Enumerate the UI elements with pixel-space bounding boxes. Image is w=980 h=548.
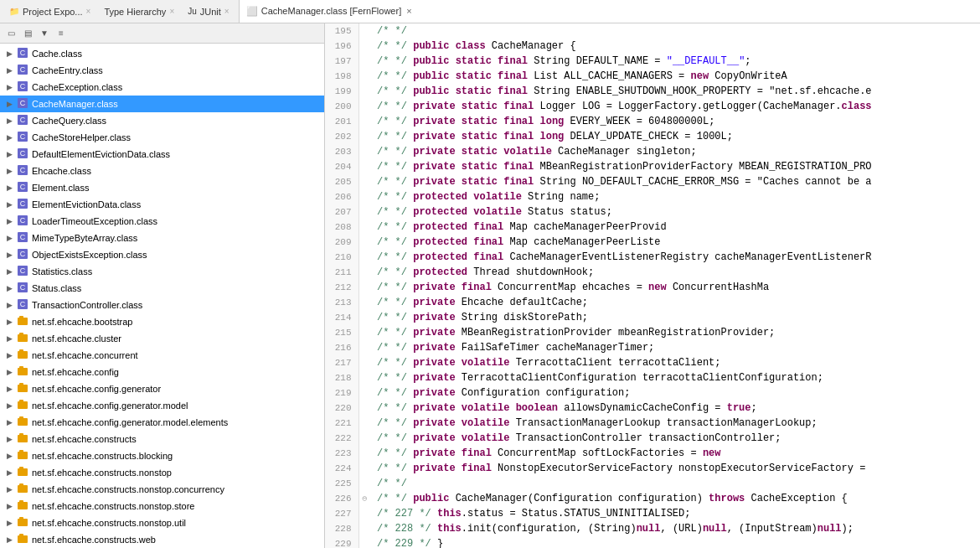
line-num-227: 227 bbox=[325, 506, 358, 521]
line-num-199: 199 bbox=[325, 84, 358, 99]
line-fold-197 bbox=[358, 54, 370, 69]
line-code-195: /* */ bbox=[370, 23, 980, 39]
editor-tab-icon: ⬜ bbox=[246, 6, 258, 17]
tree-icon-net.sf.ehcache.constructs bbox=[17, 432, 28, 446]
tree-item-Element.class[interactable]: ▶CElement.class bbox=[0, 179, 324, 196]
line-num-215: 215 bbox=[325, 325, 358, 340]
line-num-204: 204 bbox=[325, 159, 358, 174]
close-junit[interactable]: × bbox=[224, 7, 230, 16]
line-num-214: 214 bbox=[325, 310, 358, 325]
line-code-206: /* */ protected volatile String name; bbox=[370, 189, 980, 204]
svg-text:C: C bbox=[20, 99, 26, 107]
tree-label-net.sf.ehcache.bootstrap: net.sf.ehcache.bootstrap bbox=[32, 317, 132, 327]
line-row-210: 210/* */ protected final CacheManagerEve… bbox=[325, 250, 980, 265]
tree-icon-net.sf.ehcache.constructs.nonstop.concurrency bbox=[17, 483, 28, 496]
tree-item-net.sf.ehcache.constructs.nonstop.concurrency[interactable]: ▶net.sf.ehcache.constructs.nonstop.concu… bbox=[0, 481, 324, 498]
tree-arrow-net.sf.ehcache.cluster: ▶ bbox=[7, 334, 17, 343]
line-fold-202 bbox=[358, 129, 370, 144]
tab-group-left: 📁 Project Expo... × Type Hierarchy × Ju … bbox=[0, 0, 240, 23]
line-fold-195 bbox=[358, 23, 370, 39]
tree-arrow-net.sf.ehcache.constructs.nonstop.concurrency: ▶ bbox=[7, 485, 17, 494]
tree-label-MimeTypeByteArray.class: MimeTypeByteArray.class bbox=[32, 233, 137, 243]
tree-item-net.sf.ehcache.cluster[interactable]: ▶net.sf.ehcache.cluster bbox=[0, 330, 324, 347]
tree-arrow-ElementEvictionData.class: ▶ bbox=[7, 200, 17, 209]
line-code-209: /* */ protected final Map cacheManagerPe… bbox=[370, 235, 980, 250]
line-row-228: 228/* 228 */ this.init(configuration, (S… bbox=[325, 521, 980, 536]
svg-rect-39 bbox=[19, 366, 23, 370]
line-num-212: 212 bbox=[325, 280, 358, 295]
line-row-205: 205/* */ private static final String NO_… bbox=[325, 174, 980, 189]
tree-item-CacheStoreHelper.class[interactable]: ▶CCacheStoreHelper.class bbox=[0, 129, 324, 146]
tree-item-TransactionController.class[interactable]: ▶CTransactionController.class bbox=[0, 297, 324, 313]
line-fold-211 bbox=[358, 265, 370, 280]
junit-label: JUnit bbox=[200, 7, 221, 17]
tree-item-CacheManager.class[interactable]: ▶CCacheManager.class bbox=[0, 96, 324, 112]
line-code-222: /* */ private volatile TransactionContro… bbox=[370, 431, 980, 446]
tree-item-Cache.class[interactable]: ▶CCache.class bbox=[0, 45, 324, 62]
tree-label-net.sf.ehcache.concurrent: net.sf.ehcache.concurrent bbox=[32, 350, 138, 360]
tree-icon-net.sf.ehcache.config.generator bbox=[17, 382, 28, 395]
svg-text:C: C bbox=[20, 116, 26, 124]
toolbar-menu-btn[interactable]: ≡ bbox=[54, 26, 69, 41]
line-fold-227 bbox=[358, 506, 370, 521]
tree-item-net.sf.ehcache.constructs.nonstop.store[interactable]: ▶net.sf.ehcache.constructs.nonstop.store bbox=[0, 498, 324, 514]
tree-item-net.sf.ehcache.constructs.web[interactable]: ▶net.sf.ehcache.constructs.web bbox=[0, 531, 324, 548]
tree-item-net.sf.ehcache.config.generator.model[interactable]: ▶net.sf.ehcache.config.generator.model bbox=[0, 397, 324, 414]
tree-item-net.sf.ehcache.constructs.nonstop.util[interactable]: ▶net.sf.ehcache.constructs.nonstop.util bbox=[0, 514, 324, 531]
tree-item-net.sf.ehcache.config.generator[interactable]: ▶net.sf.ehcache.config.generator bbox=[0, 380, 324, 397]
line-row-218: 218/* */ private TerracottaClientConfigu… bbox=[325, 370, 980, 385]
tree-item-net.sf.ehcache.constructs[interactable]: ▶net.sf.ehcache.constructs bbox=[0, 431, 324, 447]
tree-item-net.sf.ehcache.bootstrap[interactable]: ▶net.sf.ehcache.bootstrap bbox=[0, 313, 324, 330]
line-code-207: /* */ protected volatile Status status; bbox=[370, 204, 980, 220]
tree-item-ElementEvictionData.class[interactable]: ▶CElementEvictionData.class bbox=[0, 196, 324, 213]
tree-item-CacheException.class[interactable]: ▶CCacheException.class bbox=[0, 79, 324, 96]
tree-icon-net.sf.ehcache.config bbox=[17, 365, 28, 379]
line-code-214: /* */ private String diskStorePath; bbox=[370, 310, 980, 325]
line-row-222: 222/* */ private volatile TransactionCon… bbox=[325, 431, 980, 446]
line-fold-196 bbox=[358, 39, 370, 54]
tab-junit[interactable]: Ju JUnit × bbox=[182, 2, 235, 22]
line-fold-213 bbox=[358, 295, 370, 310]
line-code-224: /* */ private final NonstopExecutorServi… bbox=[370, 461, 980, 476]
line-fold-207 bbox=[358, 204, 370, 220]
tree-icon-Cache.class: C bbox=[17, 47, 28, 60]
tree-container[interactable]: ▶CCache.class▶CCacheEntry.class▶CCacheEx… bbox=[0, 44, 324, 548]
svg-text:C: C bbox=[20, 300, 26, 308]
close-project-explorer[interactable]: × bbox=[86, 7, 91, 16]
line-fold-218 bbox=[358, 370, 370, 385]
tab-project-explorer[interactable]: 📁 Project Expo... × bbox=[3, 2, 96, 22]
tree-item-net.sf.ehcache.constructs.nonstop[interactable]: ▶net.sf.ehcache.constructs.nonstop bbox=[0, 464, 324, 481]
tree-item-MimeTypeByteArray.class[interactable]: ▶CMimeTypeByteArray.class bbox=[0, 230, 324, 246]
tree-item-net.sf.ehcache.concurrent[interactable]: ▶net.sf.ehcache.concurrent bbox=[0, 347, 324, 364]
tree-arrow-net.sf.ehcache.constructs.web: ▶ bbox=[7, 535, 17, 544]
tree-item-Status.class[interactable]: ▶CStatus.class bbox=[0, 280, 324, 297]
tree-item-LoaderTimeoutException.class[interactable]: ▶CLoaderTimeoutException.class bbox=[0, 213, 324, 230]
toolbar-filter-btn[interactable]: ▼ bbox=[37, 26, 52, 41]
editor-tab[interactable]: ⬜ CacheManager.class [FernFlower] × bbox=[240, 0, 980, 23]
tree-arrow-LoaderTimeoutException.class: ▶ bbox=[7, 217, 17, 225]
line-fold-226[interactable]: ⊖ bbox=[358, 491, 370, 506]
tab-type-hierarchy[interactable]: Type Hierarchy × bbox=[98, 2, 180, 22]
tree-icon-Statistics.class: C bbox=[17, 265, 28, 278]
line-code-229: /* 229 */ } bbox=[370, 536, 980, 548]
close-editor-tab[interactable]: × bbox=[406, 6, 411, 16]
tree-item-Statistics.class[interactable]: ▶CStatistics.class bbox=[0, 263, 324, 280]
line-num-225: 225 bbox=[325, 476, 358, 491]
tree-item-ObjectExistsException.class[interactable]: ▶CObjectExistsException.class bbox=[0, 246, 324, 263]
tree-item-CacheEntry.class[interactable]: ▶CCacheEntry.class bbox=[0, 62, 324, 79]
toolbar-collapse-btn[interactable]: ▭ bbox=[3, 26, 18, 41]
left-panel: ▭ ▤ ▼ ≡ ▶CCache.class▶CCacheEntry.class▶… bbox=[0, 23, 325, 548]
tree-item-DefaultElementEvictionData.class[interactable]: ▶CDefaultElementEvictionData.class bbox=[0, 146, 324, 163]
tree-item-net.sf.ehcache.config[interactable]: ▶net.sf.ehcache.config bbox=[0, 364, 324, 380]
svg-text:C: C bbox=[20, 65, 26, 74]
tree-label-ObjectExistsException.class: ObjectExistsException.class bbox=[32, 250, 147, 260]
tree-item-CacheQuery.class[interactable]: ▶CCacheQuery.class bbox=[0, 112, 324, 129]
tree-item-net.sf.ehcache.constructs.blocking[interactable]: ▶net.sf.ehcache.constructs.blocking bbox=[0, 447, 324, 464]
line-fold-219 bbox=[358, 385, 370, 401]
code-editor[interactable]: 195/* */196/* */ public class CacheManag… bbox=[325, 23, 980, 548]
tree-item-net.sf.ehcache.config.generator.model.elements[interactable]: ▶net.sf.ehcache.config.generator.model.e… bbox=[0, 414, 324, 431]
tree-item-Ehcache.class[interactable]: ▶CEhcache.class bbox=[0, 163, 324, 179]
tree-arrow-net.sf.ehcache.config.generator.model: ▶ bbox=[7, 401, 17, 410]
close-type-hierarchy[interactable]: × bbox=[169, 7, 174, 16]
toolbar-expand-btn[interactable]: ▤ bbox=[20, 26, 35, 41]
